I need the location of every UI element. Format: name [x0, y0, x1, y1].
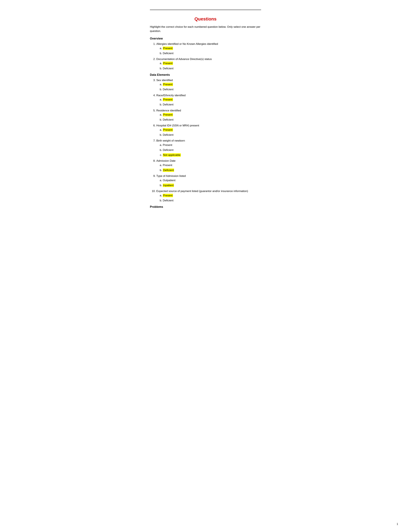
answer-list-5: PresentDeficient: [161, 113, 261, 122]
answer-8-a: Present: [163, 163, 261, 167]
answer-10-b: Deficient: [163, 198, 261, 203]
highlighted-answer-7-c: Not applicable: [163, 153, 181, 157]
answer-list-6: PresentDeficient: [161, 128, 261, 137]
question-10: Expected source of payment listed (guara…: [156, 189, 261, 203]
answer-8-b: Deficient: [163, 168, 261, 172]
question-7: Birth weight of newbornPresentDeficientN…: [156, 139, 261, 157]
answer-1-b: Deficient: [163, 51, 261, 56]
answer-4-a: Present: [163, 97, 261, 102]
question-6: Hospital ID# (SSN or MR#) presentPresent…: [156, 124, 261, 137]
top-border: [150, 10, 261, 10]
section-1: Data ElementsSex identifiedPresentDefici…: [150, 73, 261, 203]
answer-list-2: PresentDeficient: [161, 61, 261, 70]
question-text-9: Type of Admission listed: [156, 174, 186, 178]
answer-1-a: Present: [163, 46, 261, 50]
section-heading-0: Overview: [150, 37, 261, 40]
highlighted-answer-10-a: Present: [163, 194, 173, 197]
answer-list-1: PresentDeficient: [161, 46, 261, 56]
answer-6-b: Deficient: [163, 133, 261, 137]
answer-7-a: Present: [163, 143, 261, 147]
question-text-8: Admission Date: [156, 159, 176, 162]
section-heading-2: Problems: [150, 205, 261, 209]
question-text-6: Hospital ID# (SSN or MR#) present: [156, 124, 199, 127]
page-title: Questions: [150, 17, 261, 22]
answer-4-b: Deficient: [163, 102, 261, 107]
question-3: Sex identifiedPresentDeficient: [156, 78, 261, 92]
highlighted-answer-8-b: Deficient: [163, 169, 174, 172]
instructions: Highlight the correct choice for each nu…: [150, 25, 261, 33]
answer-list-8: PresentDeficient: [161, 163, 261, 172]
question-text-4: Race/Ethnicity identified: [156, 94, 186, 97]
answer-list-4: PresentDeficient: [161, 97, 261, 107]
question-list-0: Allergies identified or No Known Allergi…: [155, 42, 261, 71]
answer-7-c: Not applicable: [163, 153, 261, 157]
answer-2-b: Deficient: [163, 66, 261, 71]
highlighted-answer-5-a: Present: [163, 113, 173, 116]
question-list-1: Sex identifiedPresentDeficientRace/Ethni…: [155, 78, 261, 203]
answer-5-b: Deficient: [163, 117, 261, 122]
highlighted-answer-6-a: Present: [163, 128, 173, 132]
question-5: Residence identifiedPresentDeficient: [156, 108, 261, 122]
highlighted-answer-1-a: Present: [163, 47, 173, 50]
answer-3-b: Deficient: [163, 87, 261, 92]
question-text-10: Expected source of payment listed (guara…: [156, 190, 248, 193]
highlighted-answer-9-b: Inpatient: [163, 184, 174, 187]
question-4: Race/Ethnicity identifiedPresentDeficien…: [156, 93, 261, 107]
question-text-5: Residence identified: [156, 109, 181, 112]
highlighted-answer-3-a: Present: [163, 83, 173, 86]
answer-7-b: Deficient: [163, 148, 261, 152]
section-2: Problems: [150, 205, 261, 209]
question-9: Type of Admission listedOutpatientInpati…: [156, 174, 261, 188]
answer-list-10: PresentDeficient: [161, 193, 261, 203]
sections-container: OverviewAllergies identified or No Known…: [150, 37, 261, 209]
question-text-7: Birth weight of newborn: [156, 139, 185, 142]
answer-list-9: OutpatientInpatient: [161, 178, 261, 188]
section-heading-1: Data Elements: [150, 73, 261, 76]
answer-list-7: PresentDeficientNot applicable: [161, 143, 261, 157]
question-text-1: Allergies identified or No Known Allergi…: [156, 42, 218, 46]
section-0: OverviewAllergies identified or No Known…: [150, 37, 261, 71]
question-text-3: Sex identified: [156, 79, 173, 82]
answer-2-a: Present: [163, 61, 261, 66]
highlighted-answer-2-a: Present: [163, 62, 173, 65]
highlighted-answer-4-a: Present: [163, 98, 173, 101]
question-1: Allergies identified or No Known Allergi…: [156, 42, 261, 56]
answer-list-3: PresentDeficient: [161, 82, 261, 92]
answer-3-a: Present: [163, 82, 261, 86]
answer-9-b: Inpatient: [163, 183, 261, 188]
question-2: Documentation of Advance Directive(s) st…: [156, 57, 261, 71]
question-text-2: Documentation of Advance Directive(s) st…: [156, 57, 212, 61]
answer-10-a: Present: [163, 193, 261, 198]
answer-9-a: Outpatient: [163, 178, 261, 182]
answer-5-a: Present: [163, 113, 261, 117]
question-8: Admission DatePresentDeficient: [156, 159, 261, 172]
answer-6-a: Present: [163, 128, 261, 132]
